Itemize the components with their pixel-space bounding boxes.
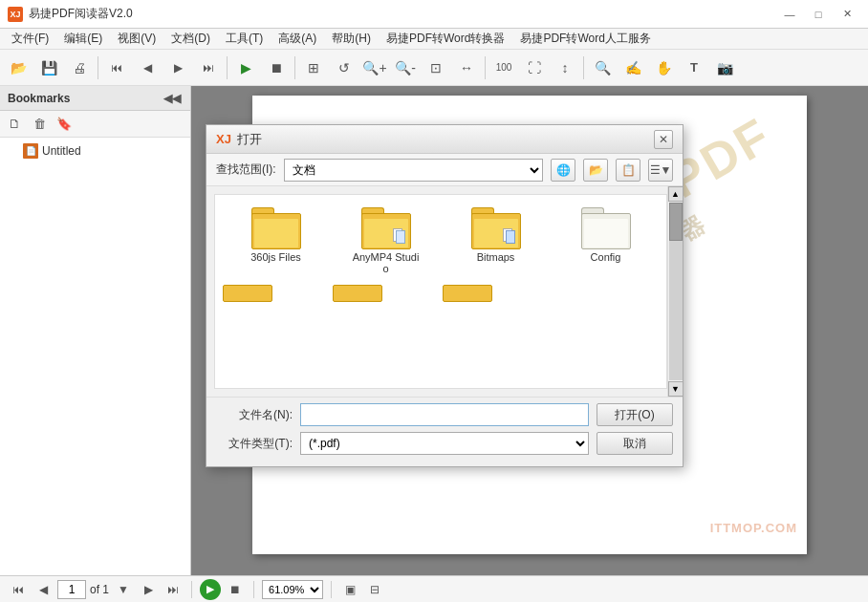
dialog-location-select[interactable]: 文档 [284, 159, 543, 182]
dialog-filename-input[interactable] [300, 403, 589, 426]
folder-bitmaps-label: Bitmaps [477, 251, 515, 263]
dialog-scroll-up[interactable]: ▲ [668, 186, 684, 202]
dialog-open-button[interactable]: 打开(O) [597, 403, 673, 426]
dialog-filetype-select[interactable]: (*.pdf) [300, 432, 589, 455]
open-dialog: XJ 打开 ✕ 查找范围(I): 文档 🌐 📂 📋 ☰▼ [206, 124, 684, 467]
dialog-scrollbar: ▲ ▼ [667, 186, 683, 397]
folder-bitmaps-icon [471, 207, 521, 249]
folder-partial-1 [223, 285, 272, 302]
dialog-filetype-row: 文件类型(T): (*.pdf) 取消 [216, 432, 673, 455]
dialog-title-text: 打开 [237, 131, 262, 148]
dialog-nav-web-button[interactable]: 🌐 [551, 159, 575, 182]
folder-anymp4-label: AnyMP4 Studio [353, 251, 420, 274]
dialog-nav-view-button[interactable]: ☰▼ [648, 159, 673, 182]
dialog-filename-label: 文件名(N): [216, 407, 293, 423]
dialog-title-left: XJ 打开 [216, 131, 262, 148]
folder-config-icon [581, 207, 631, 249]
folder-partial-2 [333, 285, 382, 302]
folder-360js-icon [251, 207, 301, 249]
dialog-overlay: XJ 打开 ✕ 查找范围(I): 文档 🌐 📂 📋 ☰▼ [0, 0, 868, 602]
dialog-cancel-button[interactable]: 取消 [597, 432, 673, 455]
dialog-filename-row: 文件名(N): 打开(O) [216, 403, 673, 426]
folder-partial-3 [443, 285, 492, 302]
folder-360js-label: 360js Files [250, 251, 301, 263]
dialog-scroll-track[interactable] [669, 203, 683, 380]
dialog-filetype-label: 文件类型(T): [216, 436, 293, 452]
folder-config-label: Config [591, 251, 621, 263]
folder-bitmaps[interactable]: Bitmaps [443, 203, 549, 279]
dialog-close-button[interactable]: ✕ [654, 130, 673, 149]
dialog-app-icon: XJ [216, 132, 231, 146]
dialog-toolbar: 查找范围(I): 文档 🌐 📂 📋 ☰▼ [206, 154, 683, 186]
folder-config[interactable]: Config [553, 203, 659, 279]
dialog-body: 360js Files AnyMP4 Studi [206, 186, 683, 397]
folder-360js[interactable]: 360js Files [223, 203, 329, 279]
dialog-titlebar: XJ 打开 ✕ [206, 125, 683, 154]
folder-anymp4[interactable]: AnyMP4 Studio [333, 203, 439, 279]
dialog-nav-up-button[interactable]: 📂 [583, 159, 608, 182]
folder-anymp4-icon [361, 207, 411, 249]
dialog-filelist: 360js Files AnyMP4 Studi [214, 194, 667, 389]
dialog-scroll-down[interactable]: ▼ [668, 381, 684, 397]
dialog-scroll-thumb [669, 203, 683, 241]
dialog-location-label: 查找范围(I): [216, 161, 276, 178]
dialog-nav-new-folder-button[interactable]: 📋 [616, 159, 640, 182]
dialog-bottom: 文件名(N): 打开(O) 文件类型(T): (*.pdf) 取消 [206, 397, 683, 466]
